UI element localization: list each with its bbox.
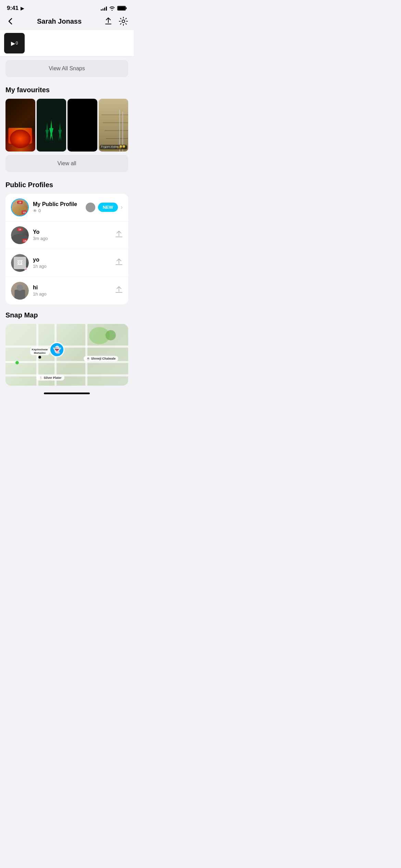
story-item-yo2[interactable]: 🖼 yo 1h ago	[5, 249, 128, 277]
snap-map-title: Snap Map	[5, 311, 128, 319]
map-green-dot	[15, 361, 19, 364]
page-title: Sarah Jonass	[37, 17, 82, 25]
story-info-yo: Yo 3m ago	[33, 229, 111, 241]
favourites-grid: Program khatam 😅😅	[5, 99, 128, 152]
svg-rect-1	[126, 8, 127, 9]
nav-header: Sarah Jonass	[0, 14, 134, 30]
map-pin-kapileshwar: KapileshwarMahadev	[30, 347, 50, 359]
snap-video-row[interactable]: ▶ 0	[0, 30, 134, 57]
my-profile-avatar: 19	[11, 198, 29, 216]
story-item-hi[interactable]: hi 1h ago	[5, 277, 128, 304]
header-actions	[104, 16, 128, 26]
map-label-shreeji: ☕ Shreeji Chaiwale	[84, 356, 119, 361]
fav-item-car[interactable]	[5, 99, 35, 152]
share-button[interactable]	[104, 16, 113, 26]
profile-toggle[interactable]	[86, 203, 95, 212]
story-avatar-yo2: 🖼	[11, 254, 29, 272]
svg-point-3	[122, 20, 125, 23]
story-right-hi	[115, 286, 123, 295]
upload-icon-3[interactable]	[115, 286, 123, 295]
wifi-icon	[109, 6, 115, 11]
my-profile-sub: 👁 0	[33, 208, 82, 213]
story-title-yo: Yo	[33, 229, 111, 235]
story-time-yo2: 1h ago	[33, 264, 111, 269]
story-item-yo[interactable]: 19 Yo 3m ago	[5, 221, 128, 249]
view-all-snaps-button[interactable]: View All Snaps	[5, 60, 128, 77]
play-icon: ▶	[11, 40, 15, 47]
fav-item-black[interactable]	[68, 99, 97, 152]
status-bar: 9:41 ▶	[0, 0, 134, 14]
story-time-hi: 1h ago	[33, 291, 111, 297]
svg-rect-2	[118, 7, 125, 10]
upload-icon[interactable]	[115, 230, 123, 240]
story-right-yo	[115, 230, 123, 240]
location-arrow-icon: ▶	[21, 6, 24, 11]
status-icons	[101, 6, 127, 11]
my-profile-name: My Public Profile	[33, 201, 82, 207]
story-title-yo2: yo	[33, 257, 111, 263]
profiles-card: 19 My Public Profile 👁 0 NEW › 19 Yo	[5, 194, 128, 304]
bottom-spacer	[0, 386, 134, 396]
public-profiles-section: Public Profiles	[0, 176, 134, 189]
map-background: KapileshwarMahadev 👻 ☕ Shreeji Chaiwale …	[5, 324, 128, 386]
back-button[interactable]	[5, 16, 15, 26]
new-badge: NEW	[98, 203, 118, 212]
story-info-hi: hi 1h ago	[33, 285, 111, 297]
signal-bars	[101, 6, 107, 11]
favourites-section: My favourites Program khatam 😅😅	[0, 81, 134, 152]
status-time: 9:41 ▶	[7, 5, 24, 12]
snap-map-section: Snap Map KapileshwarMahadev 👻	[0, 304, 134, 386]
settings-button[interactable]	[119, 16, 128, 26]
snap-count: 0	[16, 41, 18, 46]
snap-thumbnail[interactable]: ▶ 0	[4, 33, 25, 53]
upload-icon-2[interactable]	[115, 258, 123, 267]
my-profile-right: NEW ›	[86, 203, 123, 212]
fav-item-stairs[interactable]: Program khatam 😅😅	[99, 99, 129, 152]
fav-item-dark[interactable]	[37, 99, 66, 152]
snapchat-map-avatar[interactable]: 👻	[49, 342, 64, 357]
my-profile-info: My Public Profile 👁 0	[33, 201, 82, 213]
story-avatar-yo: 19	[11, 226, 29, 244]
snap-map-container[interactable]: KapileshwarMahadev 👻 ☕ Shreeji Chaiwale …	[5, 324, 128, 386]
view-all-button[interactable]: View all	[5, 155, 128, 172]
my-public-profile-item[interactable]: 19 My Public Profile 👁 0 NEW ›	[5, 194, 128, 221]
public-profiles-title: Public Profiles	[5, 181, 128, 189]
chevron-right-icon: ›	[121, 204, 123, 211]
battery-icon	[117, 6, 127, 11]
story-avatar-hi	[11, 282, 29, 300]
eye-icon: 👁	[33, 208, 37, 213]
story-title-hi: hi	[33, 285, 111, 291]
snapchat-ghost-icon: 👻	[53, 346, 61, 354]
favourites-title: My favourites	[5, 86, 128, 94]
map-label-silver: 🍴 Silver Plater	[36, 375, 64, 381]
home-indicator	[44, 393, 90, 394]
story-time-yo: 3m ago	[33, 236, 111, 241]
story-info-yo2: yo 1h ago	[33, 257, 111, 269]
profile-views: 0	[38, 208, 41, 213]
story-right-yo2	[115, 258, 123, 267]
